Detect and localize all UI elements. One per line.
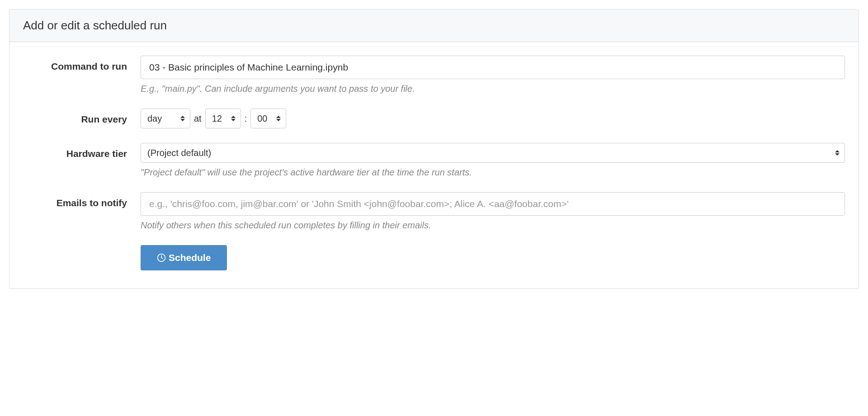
hardware-tier-row: Hardware tier (Project default) "Project… xyxy=(23,143,845,178)
run-every-row: Run every day at 12 xyxy=(23,109,845,128)
scheduled-run-panel: Add or edit a scheduled run Command to r… xyxy=(9,9,859,289)
command-help-text: E.g., "main.py". Can include arguments y… xyxy=(141,84,845,94)
panel-body: Command to run E.g., "main.py". Can incl… xyxy=(9,42,859,288)
clock-icon xyxy=(157,253,166,262)
emails-row: Emails to notify Notify others when this… xyxy=(23,192,845,231)
submit-row: Schedule xyxy=(23,245,845,270)
hardware-tier-help-text: "Project default" will use the project's… xyxy=(141,167,845,178)
command-row: Command to run E.g., "main.py". Can incl… xyxy=(23,56,845,94)
hardware-tier-select[interactable]: (Project default) xyxy=(141,143,845,163)
emails-label: Emails to notify xyxy=(23,192,141,231)
run-every-label: Run every xyxy=(23,109,141,128)
run-every-period-select[interactable]: day xyxy=(141,109,190,128)
emails-help-text: Notify others when this scheduled run co… xyxy=(141,220,845,231)
command-input[interactable] xyxy=(141,56,845,79)
at-label: at xyxy=(194,113,202,124)
command-label: Command to run xyxy=(23,56,141,94)
emails-input[interactable] xyxy=(141,192,845,216)
schedule-button[interactable]: Schedule xyxy=(141,245,227,270)
schedule-button-label: Schedule xyxy=(169,252,211,263)
run-every-hour-select[interactable]: 12 xyxy=(205,109,241,128)
run-every-minute-select[interactable]: 00 xyxy=(250,109,286,128)
hardware-tier-label: Hardware tier xyxy=(23,143,141,178)
panel-title: Add or edit a scheduled run xyxy=(9,9,859,42)
colon-label: : xyxy=(245,113,247,124)
